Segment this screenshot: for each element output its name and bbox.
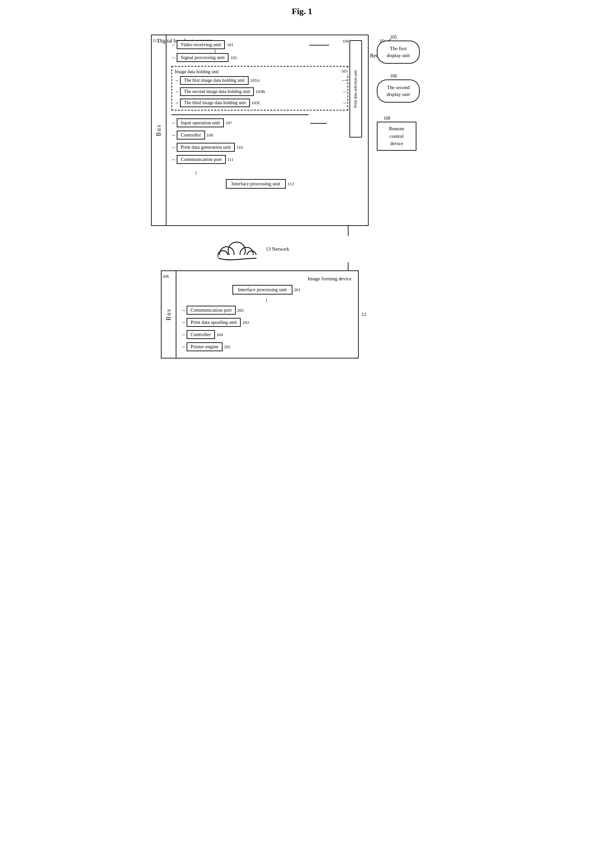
ref-111: 111 bbox=[228, 157, 234, 162]
ref-205: 205 bbox=[224, 344, 231, 350]
forming-bus-label: Bus bbox=[165, 308, 172, 321]
arrows-205: ↔ bbox=[181, 344, 186, 350]
receiver-bus-strip: Bus bbox=[152, 35, 166, 225]
ref-13: 13 Network bbox=[266, 246, 289, 252]
unit-row-205: ↔ Printer engine 205 bbox=[181, 342, 352, 351]
arrow-107: → bbox=[324, 120, 327, 125]
print-selection-box: Print data selection unit bbox=[350, 40, 362, 138]
vert-connector-network bbox=[243, 226, 453, 236]
ref-101: 101 bbox=[227, 42, 234, 48]
remote-control-device: Remote control device bbox=[377, 122, 417, 151]
ref-204: 204 bbox=[217, 332, 223, 337]
arrowhead-101: → bbox=[326, 42, 330, 47]
arrows-109: ↔ bbox=[172, 133, 176, 138]
unit-box-111: Communication port bbox=[177, 155, 226, 164]
unit-row-101: ↔ Video receiving unit 101 → bbox=[172, 40, 348, 49]
unit-box-204: Controller bbox=[187, 330, 215, 339]
arrows-111: ↔ bbox=[172, 157, 176, 162]
image-forming-section: Image forming device Bus 206 Interface p… bbox=[151, 270, 453, 358]
unit-box-201: Interface processing unit bbox=[232, 285, 293, 294]
second-display-unit: The second display unit bbox=[377, 79, 420, 102]
receiver-box: Bus 113 Print data selection unit 104 ↔ … bbox=[151, 35, 369, 226]
line-network-forming bbox=[348, 262, 348, 270]
ref-103C: 103C bbox=[252, 100, 261, 105]
image-data-group: Image data holding unit 103 ↔ The first … bbox=[172, 66, 348, 110]
unit-row-112: Interface processing unit 112 bbox=[172, 179, 348, 189]
ref-203: 203 bbox=[242, 320, 249, 325]
image-forming-box: Image forming device Bus 206 Interface p… bbox=[161, 270, 359, 358]
print-selection-label: Print data selection unit bbox=[353, 70, 358, 108]
unit-row-202: ↔ Communication port 202 bbox=[181, 306, 352, 315]
ref-110: 110 bbox=[236, 145, 243, 150]
arrow-103A-right: ↔• bbox=[341, 78, 347, 83]
ref-201: 201 bbox=[294, 287, 301, 293]
arrows-101: ↔ bbox=[172, 42, 176, 48]
unit-box-112: Interface processing unit bbox=[226, 179, 286, 189]
ref-202: 202 bbox=[237, 308, 244, 313]
unit-box-205: Printer engine bbox=[187, 342, 223, 351]
ref-102: 102 bbox=[231, 55, 237, 60]
arrows-203: ↔ bbox=[181, 320, 186, 325]
ref-107: 107 bbox=[226, 120, 232, 126]
ref-12: 12 bbox=[361, 312, 366, 317]
first-display-unit: The first display unit bbox=[377, 40, 420, 64]
arrows-204: ↔ bbox=[181, 332, 186, 337]
vert-connector-forming bbox=[243, 262, 453, 270]
fig-title: Fig. 1 bbox=[151, 6, 453, 17]
ref-106: 106 bbox=[390, 74, 420, 79]
ref-108: 108 bbox=[383, 116, 420, 121]
bus-label: Bus bbox=[155, 124, 162, 136]
unit-box-102: Signal processing unit bbox=[177, 53, 228, 62]
ref-109: 109 bbox=[207, 133, 213, 138]
unit-row-107: ↔ Input operation unit 107 → bbox=[172, 118, 348, 127]
ref-112: 112 bbox=[288, 181, 294, 187]
line-recv-network bbox=[348, 226, 348, 236]
network-section: 13 Network bbox=[211, 236, 453, 262]
unit-row-111: ↔ Communication port 111 bbox=[172, 155, 348, 164]
arrow-103C-right: ↔ bbox=[342, 100, 347, 105]
ref-113: 113 bbox=[153, 38, 159, 43]
unit-row-204: ↔ Controller 204 bbox=[181, 330, 352, 339]
forming-bus-strip: Bus bbox=[161, 271, 177, 358]
arrows-107: ↔ bbox=[172, 120, 176, 126]
arrows-103B: ↔ bbox=[175, 89, 179, 94]
right-side: 105 The first display unit 106 The secon… bbox=[377, 35, 420, 151]
arrows-202: ↔ bbox=[181, 308, 186, 313]
unit-box-103B: The second image data holding unit bbox=[180, 87, 254, 96]
unit-box-101: Video receiving unit bbox=[177, 40, 225, 49]
long-horiz-line bbox=[172, 115, 308, 115]
unit-row-103B: ↔ The second image data holding unit 103… bbox=[175, 87, 345, 96]
arrow-103B-right: ↔ bbox=[342, 89, 347, 94]
ref-105: 105 bbox=[390, 35, 420, 40]
unit-box-103A: The first image data holding unit bbox=[180, 76, 249, 85]
vert-arrows-forming: ↕ bbox=[181, 297, 352, 303]
vert-connector-recv: ↕ bbox=[191, 170, 348, 176]
arrows-110: ↔ bbox=[172, 145, 176, 150]
unit-row-102: ↔ Signal processing unit 102 bbox=[172, 53, 348, 62]
arrows-103A: ↔ bbox=[175, 78, 179, 83]
arrows-103C: ↔ bbox=[175, 100, 179, 105]
unit-box-109: Controller bbox=[177, 130, 205, 140]
unit-box-110: Print data generation unit bbox=[177, 143, 235, 152]
vert-arrows-recv: ↕ bbox=[195, 170, 197, 176]
unit-row-109: ↔ Controller 109 bbox=[172, 130, 348, 140]
image-forming-label: Image forming device bbox=[181, 276, 352, 282]
unit-row-103A: ↔ The first image data holding unit 103A… bbox=[175, 76, 345, 85]
unit-row-103C: ↔ The third image data holding unit 103C… bbox=[175, 99, 345, 107]
unit-row-201-center: Interface processing unit 201 bbox=[181, 285, 352, 294]
unit-row-110: ↔ Print data generation unit 110 bbox=[172, 143, 348, 152]
arrows-102: ↔ bbox=[172, 55, 176, 60]
ref-103B: 103B bbox=[256, 89, 265, 94]
unit-row-203: ↔ Print data spooling unit 203 bbox=[181, 318, 352, 327]
unit-box-107: Input operation unit bbox=[177, 118, 224, 127]
unit-box-103C: The third image data holding unit bbox=[180, 99, 250, 107]
image-data-group-label: Image data holding unit bbox=[175, 69, 345, 74]
network-cloud bbox=[211, 236, 263, 262]
unit-box-203: Print data spooling unit bbox=[187, 318, 241, 327]
unit-box-202: Communication port bbox=[187, 306, 236, 315]
ref-103A: 103A bbox=[250, 78, 260, 83]
ref-206: 206 bbox=[163, 274, 169, 279]
ref-103: 103 bbox=[341, 68, 348, 74]
